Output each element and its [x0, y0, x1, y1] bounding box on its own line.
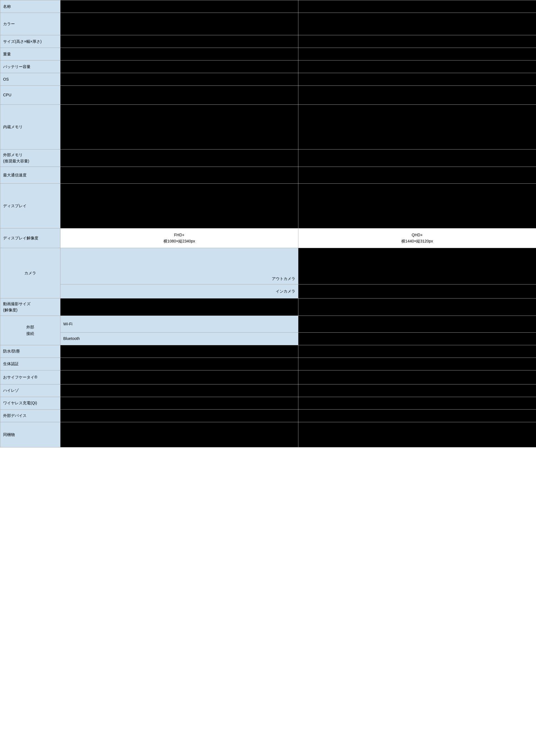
value-hires-col2 [298, 384, 536, 397]
label-video: 動画撮影サイズ (解像度) [0, 298, 60, 316]
value-color-col2 [298, 13, 536, 35]
label-biometric: 生体認証 [0, 358, 60, 370]
value-biometric-col2 [298, 358, 536, 370]
label-color: カラー [0, 13, 60, 35]
value-cpu-col2 [298, 86, 536, 105]
label-cpu: CPU [0, 86, 60, 105]
value-display-col1 [60, 184, 298, 228]
label-bundle: 同梱物 [0, 422, 60, 447]
value-wifi-col1 [298, 316, 536, 332]
value-max-speed-col1 [60, 167, 298, 184]
row-size: サイズ(高さ×幅×厚さ) [0, 35, 536, 48]
value-max-speed-col2 [298, 167, 536, 184]
value-video-col2 [298, 298, 536, 316]
row-wireless-charge: ワイヤレス充電(Qi) [0, 397, 536, 409]
value-bluetooth-col1 [298, 332, 536, 345]
value-cpu-col1 [60, 86, 298, 105]
value-weight-col2 [298, 48, 536, 60]
row-osaifu: おサイフケータイ® [0, 370, 536, 384]
value-external-device-col2 [298, 409, 536, 422]
value-resolution-col2: QHD+ 横1440×縦3120px [298, 228, 536, 248]
label-display: ディスプレイ [0, 184, 60, 228]
value-bundle-col1 [60, 422, 298, 447]
value-os-col1 [60, 73, 298, 86]
value-resolution-col1: FHD+ 横1080×縦2340px [60, 228, 298, 248]
value-camera-in-col1 [298, 284, 536, 298]
value-memory-col2 [298, 105, 536, 150]
value-os-col2 [298, 73, 536, 86]
row-bluetooth: Bluetooth [0, 332, 536, 345]
row-battery: バッテリー容量 [0, 60, 536, 73]
row-max-speed: 最大通信速度 [0, 167, 536, 184]
label-wifi: Wi-Fi [60, 316, 298, 332]
row-cpu: CPU [0, 86, 536, 105]
label-size: サイズ(高さ×幅×厚さ) [0, 35, 60, 48]
row-weight: 重量 [0, 48, 536, 60]
label-hires: ハイレゾ [0, 384, 60, 397]
value-external-memory-col2 [298, 150, 536, 167]
label-weight: 重量 [0, 48, 60, 60]
value-color-col1 [60, 13, 298, 35]
row-name: 名称 [0, 0, 536, 13]
value-size-col1 [60, 35, 298, 48]
row-hires: ハイレゾ [0, 384, 536, 397]
label-camera-main: カメラ [0, 248, 60, 298]
label-camera-in: インカメラ [60, 284, 298, 298]
row-biometric: 生体認証 [0, 358, 536, 370]
row-wifi: 外部 接続 Wi-Fi [0, 316, 536, 332]
row-external-device: 外部デバイス [0, 409, 536, 422]
value-name-col2 [298, 0, 536, 13]
spec-comparison-table: 名称 カラー サイズ(高さ×幅×厚さ) 重量 バッテリー容量 OS CPU [0, 0, 536, 447]
value-external-device-col1 [60, 409, 298, 422]
label-external-connection-main: 外部 接続 [0, 316, 60, 345]
label-camera-out: アウトカメラ [60, 248, 298, 284]
row-resolution: ディスプレイ解像度 FHD+ 横1080×縦2340px QHD+ 横1440×… [0, 228, 536, 248]
row-bundle: 同梱物 [0, 422, 536, 447]
value-video-col1 [60, 298, 298, 316]
row-waterproof: 防水/防塵 [0, 345, 536, 358]
label-battery: バッテリー容量 [0, 60, 60, 73]
row-camera-in: インカメラ [0, 284, 536, 298]
value-memory-col1 [60, 105, 298, 150]
value-battery-col1 [60, 60, 298, 73]
value-wireless-charge-col1 [60, 397, 298, 409]
row-video: 動画撮影サイズ (解像度) [0, 298, 536, 316]
label-osaifu: おサイフケータイ® [0, 370, 60, 384]
value-osaifu-col1 [60, 370, 298, 384]
label-external-device: 外部デバイス [0, 409, 60, 422]
value-waterproof-col1 [60, 345, 298, 358]
value-osaifu-col2 [298, 370, 536, 384]
label-max-speed: 最大通信速度 [0, 167, 60, 184]
value-name-col1 [60, 0, 298, 13]
label-name: 名称 [0, 0, 60, 13]
label-waterproof: 防水/防塵 [0, 345, 60, 358]
value-size-col2 [298, 35, 536, 48]
value-camera-out-col1 [298, 248, 536, 284]
label-memory: 内蔵メモリ [0, 105, 60, 150]
row-display: ディスプレイ [0, 184, 536, 228]
label-wireless-charge: ワイヤレス充電(Qi) [0, 397, 60, 409]
value-battery-col2 [298, 60, 536, 73]
value-display-col2 [298, 184, 536, 228]
value-weight-col1 [60, 48, 298, 60]
row-external-memory: 外部メモリ (推奨最大容量) [0, 150, 536, 167]
label-resolution: ディスプレイ解像度 [0, 228, 60, 248]
value-external-memory-col1 [60, 150, 298, 167]
value-hires-col1 [60, 384, 298, 397]
label-os: OS [0, 73, 60, 86]
row-camera-out: カメラ アウトカメラ [0, 248, 536, 284]
row-os: OS [0, 73, 536, 86]
row-color: カラー [0, 13, 536, 35]
label-bluetooth: Bluetooth [60, 332, 298, 345]
value-waterproof-col2 [298, 345, 536, 358]
row-memory: 内蔵メモリ [0, 105, 536, 150]
value-wireless-charge-col2 [298, 397, 536, 409]
label-external-memory: 外部メモリ (推奨最大容量) [0, 150, 60, 167]
value-bundle-col2 [298, 422, 536, 447]
value-biometric-col1 [60, 358, 298, 370]
